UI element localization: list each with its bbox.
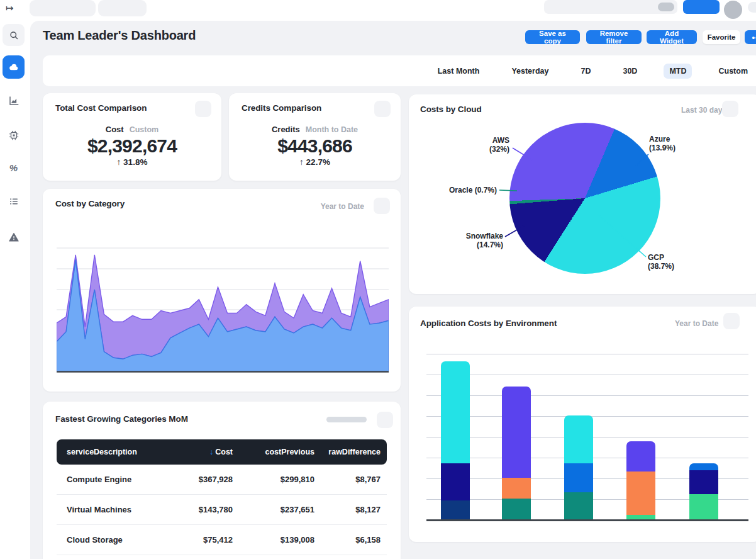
widget-icon-placeholder[interactable]: [195, 101, 211, 117]
kpi-delta: ↑ 31.8%: [117, 157, 148, 167]
chip-icon: [8, 130, 19, 141]
filter-mtd[interactable]: MTD: [664, 64, 692, 79]
user-avatar[interactable]: [724, 1, 742, 19]
widget-costs-by-cloud: Costs by Cloud Last 30 days AWS(32%) Azu…: [409, 94, 756, 294]
sidebar-expand-icon[interactable]: ↦: [6, 3, 14, 14]
search-shortcut-badge: [658, 3, 674, 11]
up-arrow-icon: ↑: [117, 157, 121, 167]
favorite-button[interactable]: Favorite: [703, 30, 740, 44]
pie-label-oracle: Oracle (0.7%): [420, 186, 497, 195]
kpi-metric-label: Credits: [272, 125, 300, 134]
bar-segment-navy: [689, 470, 718, 494]
gridline: [426, 395, 748, 396]
table-cell: $8,767: [314, 475, 387, 484]
sidebar-item-list[interactable]: [8, 195, 19, 207]
page-title: Team Leader's Dashboard: [43, 28, 196, 43]
filter-30d[interactable]: 30D: [617, 64, 643, 79]
bar-segment-teal: [564, 492, 593, 519]
widget-period-label: Last 30 days: [681, 106, 726, 115]
area-chart: [57, 246, 389, 374]
table-row[interactable]: Compute Engine$367,928$299,810$8,767: [57, 465, 387, 495]
bar-stack: [502, 387, 531, 519]
sidebar-item-percentages[interactable]: %: [8, 162, 19, 174]
column-service-description[interactable]: serviceDescription: [57, 448, 176, 456]
fastest-growing-table: serviceDescription ↓Cost costPrevious ra…: [57, 439, 387, 555]
widget-period-label: Year to Date: [321, 202, 364, 211]
area-chart-icon: [8, 95, 19, 106]
pie-label-gcp: GCP(38.7%): [648, 253, 704, 271]
widget-icon-placeholder[interactable]: [377, 412, 393, 428]
widget-header-pill[interactable]: [326, 417, 367, 422]
warning-icon: [8, 232, 19, 243]
browser-tab-placeholder-2[interactable]: [98, 0, 147, 16]
widget-icon-placeholder[interactable]: [374, 101, 391, 117]
global-search-input[interactable]: [544, 0, 677, 14]
x-axis: [426, 519, 748, 521]
bar-segment-navy: [441, 463, 470, 500]
widget-fastest-growing-categories: Fastest Growing Categories MoM serviceDe…: [43, 402, 401, 559]
sidebar-item-cloud-active[interactable]: [3, 55, 25, 79]
bar-stack: [441, 361, 470, 519]
more-actions-button[interactable]: ••: [745, 30, 756, 44]
kpi-block: Credits Month to Date $443,686 ↑ 22.7%: [229, 125, 401, 167]
widget-title: Fastest Growing Categories MoM: [55, 414, 188, 424]
bar-stack: [689, 463, 718, 519]
filter-yesterday[interactable]: Yesterday: [506, 64, 554, 79]
filter-7d[interactable]: 7D: [575, 64, 596, 79]
pie-chart: [509, 123, 660, 274]
table-cell: $8,127: [314, 505, 387, 514]
topbar-primary-button[interactable]: [683, 0, 720, 14]
bar-segment-orange: [502, 478, 531, 499]
table-cell: $6,158: [314, 535, 387, 545]
widget-title: Cost by Category: [55, 199, 125, 208]
table-row[interactable]: Virtual Machines$143,780$237,651$8,127: [57, 495, 387, 525]
widget-title: Costs by Cloud: [420, 104, 482, 114]
kpi-value: $443,686: [277, 135, 352, 157]
sort-desc-icon: ↓: [209, 448, 213, 456]
filter-custom[interactable]: Custom: [713, 64, 753, 79]
column-cost-previous[interactable]: costPrevious: [233, 448, 314, 456]
sidebar-item-alerts[interactable]: [8, 231, 19, 243]
pie-label-aws: AWS(32%): [453, 136, 509, 154]
topbar-right-pill[interactable]: [748, 2, 756, 13]
kpi-metric-label: Cost: [106, 125, 124, 134]
bar-segment-teal: [502, 499, 531, 519]
widget-title: Credits Comparison: [242, 103, 321, 113]
bar-segment-blue: [564, 463, 593, 492]
percent-icon: %: [9, 162, 18, 173]
remove-filter-button[interactable]: Remove filter: [586, 30, 642, 44]
list-icon: [8, 196, 19, 207]
table-row[interactable]: Cloud Storage$75,412$139,008$6,158: [57, 525, 387, 555]
widget-total-cost-comparison: Total Cost Comparison Cost Custom $2,392…: [43, 93, 221, 181]
kpi-period-label: Custom: [130, 125, 159, 134]
table-body: Compute Engine$367,928$299,810$8,767Virt…: [57, 465, 387, 555]
widget-credits-comparison: Credits Comparison Credits Month to Date…: [229, 93, 401, 181]
column-raw-difference[interactable]: rawDifference: [314, 448, 387, 456]
time-filter-bar: Last Month Yesterday 7D 30D MTD Custom: [43, 55, 756, 86]
sidebar-item-compute[interactable]: [8, 129, 19, 141]
table-cell: Compute Engine: [57, 475, 176, 484]
table-cell: $75,412: [176, 535, 233, 545]
table-header-row: serviceDescription ↓Cost costPrevious ra…: [57, 439, 387, 465]
add-widget-button[interactable]: Add Widget: [647, 30, 697, 44]
save-as-copy-button[interactable]: Save as copy: [525, 30, 580, 44]
bar-stack: [564, 415, 593, 519]
bar-segment-purple: [626, 441, 655, 471]
table-cell: Cloud Storage: [57, 535, 176, 545]
widget-icon-placeholder[interactable]: [722, 101, 738, 117]
table-cell: $143,780: [176, 505, 233, 514]
bar-segment-blue: [689, 463, 718, 471]
widget-icon-placeholder[interactable]: [374, 198, 390, 214]
bar-segment-orange: [626, 471, 655, 515]
time-filter-group: Last Month Yesterday 7D 30D MTD Custom: [432, 55, 753, 86]
widget-app-costs-by-environment: Application Costs by Environment Year to…: [409, 307, 756, 542]
dashboard-app: ↦: [0, 0, 756, 559]
bar-segment-dark-blue: [441, 500, 470, 519]
table-cell: $299,810: [233, 475, 314, 484]
sidebar-item-reports[interactable]: [8, 94, 19, 106]
sidebar-search-button[interactable]: [3, 24, 25, 46]
browser-tab-placeholder-1[interactable]: [30, 0, 96, 16]
gridline: [426, 354, 748, 354]
filter-last-month[interactable]: Last Month: [432, 64, 486, 79]
column-cost[interactable]: ↓Cost: [176, 448, 233, 456]
